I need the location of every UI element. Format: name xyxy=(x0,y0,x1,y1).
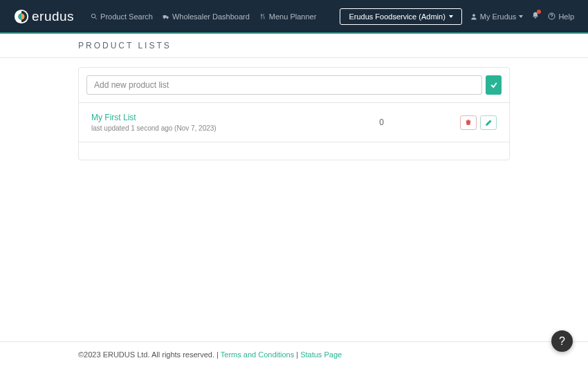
svg-point-2 xyxy=(91,14,95,18)
list-item-count: 0 xyxy=(379,117,384,127)
help-link[interactable]: Help xyxy=(548,12,574,21)
search-icon xyxy=(91,13,98,20)
nav-product-search[interactable]: Product Search xyxy=(88,10,156,23)
brand-text: erudus xyxy=(32,9,74,24)
add-list-confirm-button[interactable] xyxy=(486,75,502,95)
nav-right: Erudus Foodservice (Admin) My Erudus Hel… xyxy=(340,8,574,25)
add-list-input-wrap xyxy=(86,75,482,95)
brand-logo[interactable]: erudus xyxy=(14,9,74,24)
caret-down-icon xyxy=(449,15,453,18)
add-list-input[interactable] xyxy=(86,75,482,95)
utensils-icon xyxy=(259,13,266,20)
navbar: erudus Product Search Wholesaler Dashboa… xyxy=(0,0,588,34)
notifications-button[interactable] xyxy=(531,11,540,21)
list-info: My First List last updated 1 second ago … xyxy=(91,113,379,132)
subheader: PRODUCT LISTS xyxy=(0,34,588,58)
nav-menu-planner[interactable]: Menu Planner xyxy=(257,10,320,23)
list-actions xyxy=(460,115,497,130)
help-circle-icon xyxy=(548,12,555,20)
list-meta: last updated 1 second ago (Nov 7, 2023) xyxy=(91,124,379,132)
pencil-icon xyxy=(485,119,493,126)
add-list-row xyxy=(79,68,509,103)
notification-dot xyxy=(537,10,541,14)
svg-point-5 xyxy=(164,17,165,19)
admin-dropdown[interactable]: Erudus Foodservice (Admin) xyxy=(340,8,461,25)
svg-line-3 xyxy=(95,17,97,19)
svg-rect-4 xyxy=(163,15,167,18)
user-icon xyxy=(470,13,477,20)
list-row: My First List last updated 1 second ago … xyxy=(79,103,509,142)
main-content: My First List last updated 1 second ago … xyxy=(0,58,588,202)
edit-list-button[interactable] xyxy=(480,115,497,130)
truck-icon xyxy=(163,13,169,20)
delete-list-button[interactable] xyxy=(460,115,477,130)
nav-links: Product Search Wholesaler Dashboard Menu… xyxy=(88,10,340,23)
page-title: PRODUCT LISTS xyxy=(78,41,510,50)
trash-icon xyxy=(465,119,472,126)
list-name-link[interactable]: My First List xyxy=(91,113,379,122)
nav-wholesaler-dashboard[interactable]: Wholesaler Dashboard xyxy=(160,10,252,23)
svg-point-7 xyxy=(472,14,475,17)
svg-point-6 xyxy=(167,17,168,19)
brand-icon xyxy=(14,9,29,24)
my-erudus-dropdown[interactable]: My Erudus xyxy=(470,12,524,21)
card-bottom-spacer xyxy=(79,142,509,160)
check-icon xyxy=(490,81,498,89)
caret-down-icon xyxy=(519,15,523,18)
product-lists-card: My First List last updated 1 second ago … xyxy=(78,67,510,160)
